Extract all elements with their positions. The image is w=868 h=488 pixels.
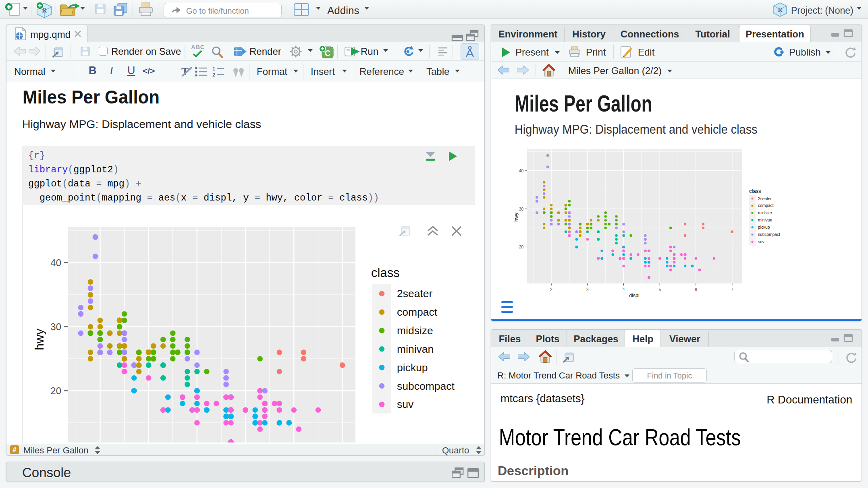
svg-text:40: 40 (519, 169, 524, 173)
svg-text:1: 1 (212, 66, 215, 72)
svg-text:6: 6 (695, 287, 697, 292)
svg-text:20: 20 (519, 245, 524, 249)
svg-text:2: 2 (550, 287, 552, 292)
svg-text:midsize: midsize (758, 211, 772, 215)
svg-text:4: 4 (623, 287, 625, 292)
svg-text:30: 30 (50, 321, 61, 332)
svg-text:subcompact: subcompact (758, 232, 780, 237)
svg-text:midsize: midsize (397, 325, 433, 337)
svg-text:displ: displ (629, 293, 640, 298)
svg-text:subcompact: subcompact (397, 380, 455, 392)
svg-text:2seater: 2seater (397, 287, 433, 300)
svg-text:minivan: minivan (397, 343, 434, 355)
svg-text:5: 5 (659, 287, 661, 292)
svg-text:2seater: 2seater (758, 196, 772, 201)
svg-text:40: 40 (50, 257, 61, 268)
svg-text:hwy: hwy (33, 329, 46, 350)
svg-text:hwy: hwy (513, 212, 519, 221)
svg-text:30: 30 (519, 207, 524, 211)
svg-text:pickup: pickup (397, 362, 428, 374)
svg-text:7: 7 (731, 287, 733, 292)
svg-text:pickup: pickup (758, 225, 770, 230)
svg-text:minivan: minivan (758, 218, 772, 222)
svg-text:20: 20 (50, 385, 61, 396)
svg-text:compact: compact (397, 306, 438, 318)
svg-text:class: class (371, 266, 400, 280)
svg-text:R: R (778, 6, 783, 13)
svg-text:compact: compact (758, 203, 774, 208)
svg-text:class: class (749, 188, 761, 194)
svg-text:2: 2 (212, 72, 215, 77)
svg-text:suv: suv (397, 398, 414, 410)
svg-text:suv: suv (758, 240, 765, 244)
svg-text:3: 3 (586, 287, 589, 292)
